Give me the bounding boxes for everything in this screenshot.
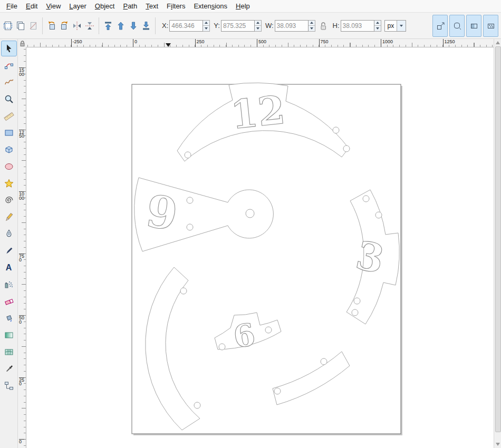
tool-paint-bucket-button[interactable] <box>1 310 17 326</box>
scrollbar-thumb[interactable] <box>495 46 501 432</box>
tool-selector-button[interactable] <box>1 41 17 56</box>
x-field-label: X: <box>162 22 168 30</box>
y-spinner[interactable] <box>255 20 262 32</box>
tool-rectangle-button[interactable] <box>1 125 17 141</box>
screw-hole[interactable] <box>180 288 187 294</box>
raise-to-top-button[interactable] <box>102 20 114 32</box>
tool-dropper-button[interactable] <box>1 361 17 377</box>
hub-center-hole[interactable] <box>246 209 254 218</box>
units-combo[interactable]: px <box>384 20 407 32</box>
screw-hole[interactable] <box>363 196 369 202</box>
screw-hole[interactable] <box>219 344 225 350</box>
transform-gradients-toggle[interactable] <box>466 15 481 37</box>
h-spinner[interactable] <box>374 20 381 32</box>
menu-edit[interactable]: Edit <box>22 1 42 12</box>
ruler-label: 0 <box>19 439 24 444</box>
y-field-label: Y: <box>214 22 220 30</box>
screw-hole[interactable] <box>194 402 200 408</box>
toolbar-separator <box>42 17 43 34</box>
screw-hole[interactable] <box>375 212 382 218</box>
transform-patterns-toggle[interactable] <box>483 15 498 37</box>
scroll-down-icon[interactable] <box>496 443 500 446</box>
vertical-scrollbar[interactable] <box>494 39 501 448</box>
screw-hole[interactable] <box>321 358 327 365</box>
tool-3d-box-button[interactable] <box>1 142 17 158</box>
screw-hole[interactable] <box>274 388 281 394</box>
w-spinner[interactable] <box>309 20 315 32</box>
tool-text-button[interactable]: A <box>1 260 17 276</box>
dropdown-arrow-icon[interactable] <box>397 21 406 31</box>
canvas-area[interactable]: 12 9 3 6 <box>26 47 494 448</box>
select-all-button[interactable] <box>2 20 14 32</box>
flip-vertical-button[interactable] <box>83 20 96 32</box>
tool-node-editor-button[interactable] <box>1 57 17 73</box>
units-value: px <box>385 22 397 30</box>
tool-tweak-button[interactable] <box>1 74 17 90</box>
h-input[interactable] <box>341 20 374 32</box>
lock-open-icon <box>320 21 327 31</box>
tool-mesh-gradient-button[interactable] <box>1 344 17 360</box>
rotate-ccw-icon <box>46 21 57 31</box>
menu-path[interactable]: Path <box>119 1 141 12</box>
tool-spray-button[interactable] <box>1 277 17 293</box>
menu-filters[interactable]: Filters <box>162 1 189 12</box>
menu-label: F <box>167 2 171 10</box>
tool-zoom-button[interactable] <box>1 91 17 107</box>
tool-star-button[interactable] <box>1 176 17 191</box>
x-input[interactable] <box>169 20 203 32</box>
drawing[interactable]: 12 9 3 6 <box>26 47 494 448</box>
menu-extensions[interactable]: Extensions <box>189 1 232 12</box>
calligraphy-icon <box>4 246 14 256</box>
w-field-label: W: <box>265 22 274 30</box>
menu-help[interactable]: Help <box>232 1 254 12</box>
ruler-label: 250 <box>195 39 205 47</box>
rectangle-icon <box>4 128 14 138</box>
lock-guides-button[interactable] <box>18 39 26 47</box>
screw-hole[interactable] <box>187 224 193 230</box>
tool-measure-button[interactable] <box>1 108 17 124</box>
screw-hole[interactable] <box>333 127 339 133</box>
menu-layer[interactable]: Layer <box>65 1 91 12</box>
rotate-ccw-button[interactable] <box>45 20 58 32</box>
deselect-button[interactable] <box>27 20 40 32</box>
rotate-cw-button[interactable] <box>58 20 71 32</box>
y-input[interactable] <box>221 20 255 32</box>
screw-hole[interactable] <box>187 197 193 203</box>
w-input[interactable] <box>275 20 309 32</box>
scroll-up-icon[interactable] <box>496 41 500 44</box>
tool-spiral-button[interactable] <box>1 192 17 208</box>
horizontal-ruler[interactable]: -250 0 250 500 750 1000 1250 <box>26 39 494 47</box>
tool-eraser-button[interactable] <box>1 294 17 309</box>
screw-hole[interactable] <box>185 152 191 158</box>
tool-bezier-pen-button[interactable] <box>1 226 17 242</box>
menu-file[interactable]: File <box>2 1 22 12</box>
lower-to-bottom-button[interactable] <box>140 20 152 32</box>
menu-text[interactable]: Text <box>141 1 162 12</box>
3d-box-icon <box>4 144 14 155</box>
tool-gradient-button[interactable] <box>1 327 17 343</box>
raise-button[interactable] <box>114 20 127 32</box>
numeral-12[interactable]: 12 <box>228 87 287 138</box>
tool-ellipse-button[interactable] <box>1 159 17 174</box>
screw-hole[interactable] <box>265 327 272 333</box>
lower-button[interactable] <box>127 20 140 32</box>
tool-connector-button[interactable] <box>1 378 17 394</box>
tool-pencil-button[interactable] <box>1 209 17 225</box>
select-all-layers-button[interactable] <box>14 20 27 32</box>
menu-object[interactable]: Object <box>91 1 119 12</box>
screw-hole[interactable] <box>343 145 350 152</box>
flip-horizontal-button[interactable] <box>71 20 83 32</box>
x-spinner[interactable] <box>203 20 210 32</box>
vertical-ruler[interactable]: 1500 1250 1000 750 500 250 0 <box>18 47 26 448</box>
lock-dimensions-button[interactable] <box>320 21 327 31</box>
tool-calligraphy-button[interactable] <box>1 243 17 259</box>
transform-patterns-icon <box>487 22 495 30</box>
menu-label: ions <box>215 2 227 10</box>
screw-hole[interactable] <box>352 309 358 316</box>
scale-stroke-toggle[interactable] <box>432 15 448 37</box>
scale-corners-toggle[interactable] <box>449 15 465 37</box>
toolbar-separator <box>155 17 156 34</box>
screw-hole[interactable] <box>354 298 360 304</box>
ruler-label: 500 <box>19 315 24 324</box>
menu-view[interactable]: View <box>42 1 65 12</box>
